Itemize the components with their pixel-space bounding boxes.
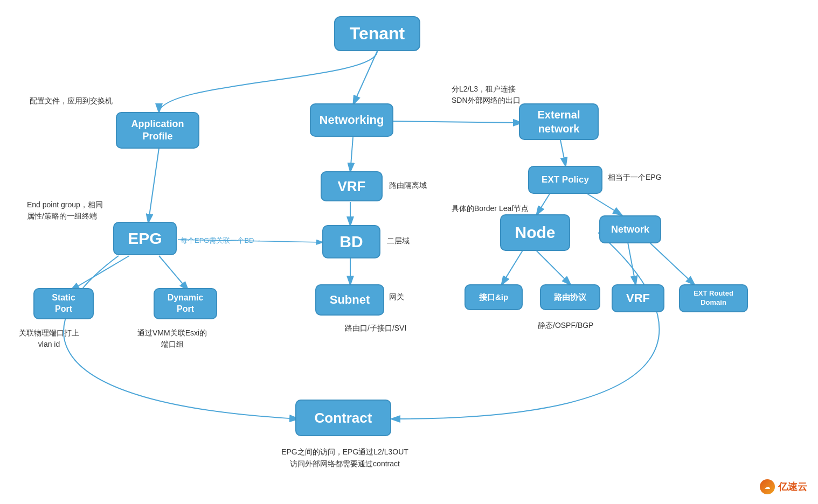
svg-line-1 bbox=[353, 51, 377, 105]
svg-line-2 bbox=[393, 121, 523, 123]
epg-node: EPG bbox=[113, 222, 177, 255]
watermark-icon: ☁ bbox=[760, 479, 775, 494]
watermark-text: 亿速云 bbox=[778, 480, 807, 493]
node-node: Node bbox=[500, 214, 570, 251]
dynamic-port-node: DynamicPort bbox=[154, 288, 217, 319]
vrf-ext-node: VRF bbox=[612, 284, 664, 312]
label-epg-bd: 每个EPG需关联一个BD→ bbox=[181, 236, 261, 246]
static-port-node: StaticPort bbox=[33, 288, 94, 319]
label-node-desc: 具体的Border Leaf节点 bbox=[452, 204, 529, 214]
interface-ip-node: 接口&ip bbox=[465, 284, 523, 310]
svg-line-12 bbox=[536, 250, 571, 285]
ext-policy-node: EXT Policy bbox=[528, 166, 602, 194]
label-subnet-svi: 路由口/子接口/SVI bbox=[345, 323, 406, 334]
label-subnet-gateway: 网关 bbox=[389, 292, 404, 303]
watermark: ☁ 亿速云 bbox=[760, 479, 807, 494]
contract-node: Contract bbox=[295, 400, 391, 436]
label-dynamic-desc: 通过VMM关联Esxi的端口组 bbox=[137, 327, 207, 350]
application-profile-node: ApplicationProfile bbox=[116, 112, 199, 149]
svg-line-4 bbox=[560, 140, 566, 167]
label-ext-policy-desc: 相当于一个EPG bbox=[608, 172, 662, 183]
label-routing-desc: 静态/OSPF/BGP bbox=[538, 320, 593, 331]
svg-line-15 bbox=[70, 256, 129, 291]
diagram-container: Tenant ApplicationProfile Networking Ext… bbox=[0, 0, 818, 504]
svg-line-10 bbox=[587, 194, 622, 215]
network-node: Network bbox=[599, 215, 661, 243]
label-epg-desc: End point group，相同属性/策略的一组终端 bbox=[27, 199, 103, 222]
label-contract-desc: EPG之间的访问，EPG通过L2/L3OUT访问外部网络都需要通过contrac… bbox=[205, 446, 485, 470]
svg-line-9 bbox=[536, 194, 550, 215]
label-config: 配置文件，应用到交换机 bbox=[30, 96, 113, 107]
subnet-node: Subnet bbox=[315, 284, 384, 316]
svg-line-14 bbox=[649, 242, 695, 285]
label-ext-net-desc: 分L2/L3，租户连接SDN外部网络的出口 bbox=[452, 83, 521, 106]
bd-node: BD bbox=[322, 225, 380, 258]
label-static-desc: 关联物理端口打上vlan id bbox=[19, 327, 79, 350]
svg-line-6 bbox=[148, 148, 159, 223]
ext-routed-domain-node: EXT RoutedDomain bbox=[679, 284, 748, 312]
tenant-node: Tenant bbox=[334, 16, 420, 51]
svg-line-3 bbox=[350, 137, 353, 172]
vrf-main-node: VRF bbox=[321, 171, 383, 201]
external-network-node: Externalnetwork bbox=[519, 103, 599, 140]
svg-line-13 bbox=[628, 242, 636, 285]
svg-line-16 bbox=[159, 256, 189, 291]
label-bd-desc: 二层域 bbox=[387, 236, 410, 247]
svg-line-11 bbox=[501, 250, 523, 285]
label-vrf-desc: 路由隔离域 bbox=[389, 180, 427, 191]
networking-node: Networking bbox=[310, 103, 393, 137]
routing-proto-node: 路由协议 bbox=[540, 284, 600, 310]
